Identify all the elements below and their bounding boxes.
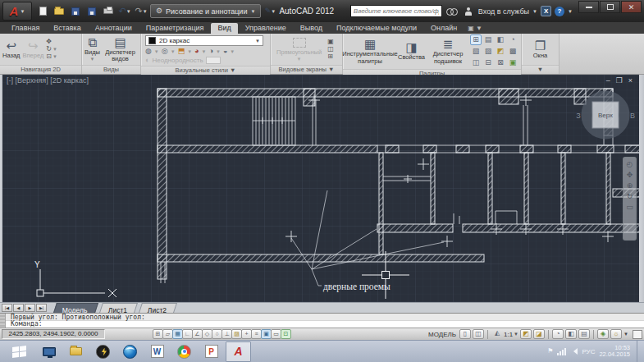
named-viewports-button[interactable]: ▣	[327, 39, 334, 45]
clock[interactable]: 10:53 22.04.2015	[599, 345, 630, 359]
isolate-objects-button[interactable]: ▤	[578, 329, 590, 339]
application-menu-button[interactable]: A▼	[2, 2, 32, 21]
orbit-icon[interactable]: ↻	[627, 193, 633, 200]
quick-view-layouts-button[interactable]: ◫	[473, 329, 484, 339]
windows-button[interactable]: ❐Окна	[533, 39, 547, 59]
back-button[interactable]: ↩Назад	[2, 39, 21, 59]
saveas-button[interactable]	[85, 5, 98, 17]
calculator-button[interactable]: ⊟	[482, 57, 494, 68]
volume-icon[interactable]	[570, 348, 578, 355]
network-icon[interactable]	[557, 348, 566, 355]
ribbon-minimize-button[interactable]: ▣ ▼	[468, 23, 482, 34]
tab-glavnaya[interactable]: Главная	[5, 23, 46, 34]
tab-upravlenie[interactable]: Управление	[239, 23, 293, 34]
workspace-dropdown[interactable]: ⚙ Рисование и аннотации ▼	[150, 4, 261, 18]
clean-screen-button[interactable]	[633, 330, 642, 339]
taskbar-file-explorer[interactable]	[63, 341, 89, 362]
viewcube-west-label[interactable]: З	[576, 112, 580, 120]
doc-minimize-button[interactable]: –	[606, 76, 610, 85]
taskbar-computer[interactable]	[36, 341, 62, 362]
vs-shaded-button[interactable]: ◎	[162, 48, 168, 55]
signin-label[interactable]: Вход в службы	[478, 7, 529, 16]
properties-button[interactable]: ◨Свойства	[397, 41, 426, 61]
join-viewports-button[interactable]: ◫	[327, 46, 334, 53]
tab-vyvod[interactable]: Вывод	[294, 23, 329, 34]
first-layout-button[interactable]: |◀	[2, 304, 12, 312]
command-prompt[interactable]: Команда:	[0, 321, 644, 328]
action-center-icon[interactable]: ⚑	[547, 348, 553, 355]
zoom-icon[interactable]: ⊕	[627, 182, 633, 190]
search-button[interactable]	[445, 5, 459, 17]
navigation-bar[interactable]: ◴ ✥ ⊕ ↻ ▭	[623, 157, 637, 241]
doc-restore-button[interactable]: ❐	[616, 76, 623, 85]
last-layout-button[interactable]: ▶|	[36, 304, 47, 312]
redo-button[interactable]: ↷▼	[135, 5, 148, 17]
zoom-button[interactable]: ⊡▼	[46, 53, 57, 60]
show-desktop-button[interactable]	[637, 341, 640, 362]
plot-button[interactable]	[102, 5, 115, 17]
markup-palette-button[interactable]: ◧	[495, 34, 506, 45]
panel-title[interactable]: Визуальные стили ▼	[141, 66, 270, 75]
toolbar-lock-button[interactable]: ◧	[565, 329, 577, 339]
taskbar-daemon-tools[interactable]	[90, 341, 116, 362]
panel-flyout[interactable]: ▼	[522, 65, 559, 74]
tab-vid[interactable]: Вид	[211, 23, 237, 34]
visual-styles-palette-button[interactable]: ▤	[482, 34, 494, 45]
orbit-button[interactable]: ↻▼	[46, 46, 57, 53]
vs-shadow-button[interactable]: ◕	[194, 48, 199, 55]
command-line[interactable]: Первый угол: Противоположный угол: Коман…	[0, 313, 644, 328]
sheet-set-manager-button[interactable]: ≣Диспетчер подшивок	[428, 38, 468, 65]
visual-lisp-button[interactable]: ▩	[507, 46, 518, 57]
command-window-grip[interactable]	[0, 314, 6, 328]
coordinates-readout[interactable]: 2425.2803, 2494.1902, 0.0000	[2, 329, 105, 339]
tab-layout1[interactable]: Лист1	[99, 303, 138, 313]
isolate-light-button[interactable]: ☼	[610, 329, 622, 339]
taskbar-powerpoint[interactable]: P	[199, 341, 224, 362]
steering-wheel-icon[interactable]: ◴	[627, 161, 633, 168]
viewport-controls-label[interactable]: [-] [Верхняя] [2D каркас]	[7, 76, 89, 85]
maximize-button[interactable]	[600, 1, 620, 13]
annotation-visibility-button[interactable]: ◩	[520, 329, 532, 339]
vs-edge-button[interactable]: ⬒	[178, 48, 185, 55]
tab-model[interactable]: Модель	[53, 303, 98, 313]
close-button[interactable]: ✕	[621, 1, 642, 13]
taskbar-autocad[interactable]: A	[226, 341, 251, 362]
annotation-scale-button[interactable]: ◭1:1▼	[491, 329, 518, 339]
save-button[interactable]	[69, 5, 82, 17]
new-button[interactable]	[36, 5, 49, 17]
panel-title[interactable]: Виды	[82, 65, 140, 74]
status-menu-button[interactable]: ▼	[623, 332, 628, 337]
command-line-button[interactable]: ⊠	[495, 57, 506, 68]
vs-materials-button[interactable]: ◒	[223, 48, 227, 55]
viewcube-east-label[interactable]: В	[630, 112, 635, 120]
vs-lighting-button[interactable]: ◑	[208, 48, 212, 55]
hardware-acceleration-button[interactable]: ◈	[597, 329, 609, 339]
lights-palette-button[interactable]: ▨	[482, 46, 494, 57]
help-button[interactable]: ?	[555, 7, 564, 16]
selection-cycling-toggle[interactable]: ⊡	[281, 329, 291, 339]
pan-button[interactable]: ✥	[46, 39, 57, 45]
viewport-type-button[interactable]: Прямоугольный ▼	[273, 38, 325, 62]
open-button[interactable]	[53, 5, 66, 17]
views-button[interactable]: ⧉Виды▼	[84, 36, 100, 62]
model-space-label[interactable]: МОДЕЛЬ	[428, 331, 456, 338]
qat-customize-button[interactable]: ✎▼	[263, 5, 276, 17]
viewcube-top-face[interactable]: Верх	[598, 112, 613, 119]
pan-icon[interactable]: ✥	[627, 172, 633, 179]
render-palette-button[interactable]: ◔	[507, 34, 518, 45]
vs-hidden-button[interactable]: ◍	[145, 48, 152, 55]
design-center-button[interactable]: ⊞	[470, 34, 482, 45]
prev-layout-button[interactable]: ◀	[13, 304, 24, 312]
next-layout-button[interactable]: ▶	[25, 304, 35, 312]
materials-browser-button[interactable]: ▧	[470, 46, 482, 57]
restore-viewports-button[interactable]: ⊞	[327, 53, 334, 60]
clipboard-button[interactable]: ▣	[507, 57, 518, 68]
search-input[interactable]	[350, 5, 442, 17]
xray-value-box[interactable]	[206, 57, 221, 64]
panel-title[interactable]: Видовые экраны ▼	[271, 65, 342, 74]
external-refs-button[interactable]: ◫	[470, 57, 482, 68]
taskbar-blue-app[interactable]	[117, 341, 143, 362]
minimize-button[interactable]	[578, 1, 599, 13]
drawing-canvas[interactable]: дверные проемы Y Верх З В [-] [	[0, 75, 644, 302]
tab-parametrizaciya[interactable]: Параметризация	[139, 23, 211, 34]
